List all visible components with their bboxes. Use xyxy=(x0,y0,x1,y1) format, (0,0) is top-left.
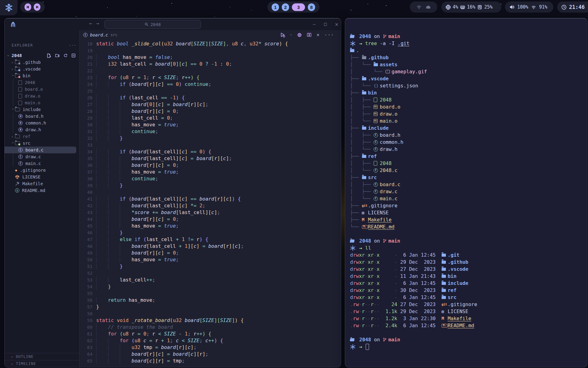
tree-item-src[interactable]: ›src xyxy=(5,140,79,147)
tree-item-.vscode[interactable]: ›.vscode xyxy=(5,66,79,72)
code-line[interactable]: 52 xyxy=(80,270,341,277)
code-line[interactable]: 63 u32 tmp = board[r][c]; xyxy=(80,344,341,351)
command-search[interactable]: 2048 xyxy=(104,20,201,29)
code-line[interactable]: 22 xyxy=(80,67,341,74)
tree-item-LICENSE[interactable]: LICENSE xyxy=(5,174,79,180)
code-line[interactable]: 35 board[last_cell][c] = board[r][c]; xyxy=(80,155,341,162)
wifi-dim-icon[interactable] xyxy=(416,5,422,10)
code-line[interactable]: 51 } xyxy=(80,263,341,270)
new-folder-button[interactable] xyxy=(55,53,60,58)
tree-item-common.h[interactable]: Hcommon.h xyxy=(5,120,79,126)
tree-item-ref[interactable]: ›ref xyxy=(5,133,79,140)
tree-item-draw.h[interactable]: Hdraw.h xyxy=(5,126,79,133)
new-file-button[interactable] xyxy=(47,53,51,58)
code-line[interactable]: 37 has_move = true; xyxy=(80,169,341,175)
tree-item-board.c[interactable]: Cboard.c xyxy=(5,147,76,153)
code-line[interactable]: 39 } xyxy=(80,182,341,189)
tree-item-Makefile[interactable]: Makefile xyxy=(5,180,79,187)
tree-item-board.o[interactable]: board.o xyxy=(5,86,79,93)
tree-item-board.h[interactable]: Hboard.h xyxy=(5,113,79,120)
code-line[interactable]: 50 has_move = true; xyxy=(80,256,341,263)
refresh-button[interactable] xyxy=(63,53,68,58)
code-line[interactable]: 23 for (u8 r = 1; r < SIZE; r++) { xyxy=(80,74,341,81)
maximize-button[interactable] xyxy=(324,23,327,26)
code-line[interactable]: 28 board[r][c] = 0; xyxy=(80,108,341,115)
tree-item-include[interactable]: ›include xyxy=(5,106,79,113)
collapse-all-button[interactable] xyxy=(71,53,76,58)
panel-outline[interactable]: › OUTLINE xyxy=(5,353,79,360)
tab-board.c[interactable]: C board.c src xyxy=(83,33,118,37)
wifi-icon[interactable] xyxy=(531,5,537,10)
code-line[interactable]: 61 for (u8 r = 0; r < SIZE - 1; r++) { xyxy=(80,331,341,337)
tree-item-main.c[interactable]: Cmain.c xyxy=(5,160,79,167)
tree-item-draw.o[interactable]: draw.o xyxy=(5,93,79,99)
code-line[interactable]: 43 *score += board[last_cell][c]; xyxy=(80,209,341,216)
code-area[interactable]: 18static bool _slide_col(u32 board[SIZE]… xyxy=(80,40,341,367)
code-line[interactable]: 20 bool has_move = false; xyxy=(80,54,341,61)
code-line[interactable]: 58 xyxy=(80,310,341,317)
code-line[interactable]: 47 else if (last_cell + 1 != r) { xyxy=(80,236,341,243)
code-line[interactable]: 34 if (board[last_cell][c] == 0) { xyxy=(80,148,341,155)
code-line[interactable]: 45 has_move = true; xyxy=(80,223,341,229)
code-line[interactable]: 29 last_cell = 0; xyxy=(80,115,341,121)
code-line[interactable]: 55 xyxy=(80,290,341,297)
media-next-button[interactable] xyxy=(34,3,40,11)
code-line[interactable]: 48 board[last_cell + 1][c] = board[r][c]… xyxy=(80,243,341,250)
media-prev-button[interactable] xyxy=(24,3,31,11)
tree-item-README.md[interactable]: iREADME.md xyxy=(5,187,79,194)
code-line[interactable]: 38 continue; xyxy=(80,175,341,182)
cloud-icon[interactable] xyxy=(425,5,431,10)
code-line[interactable]: 21 i32 last_cell = board[0][c] == 0 ? -1… xyxy=(80,61,341,67)
code-line[interactable]: 33 xyxy=(80,142,341,148)
code-line[interactable]: 36 board[r][c] = 0; xyxy=(80,162,341,169)
code-line[interactable]: 57} xyxy=(80,304,341,310)
panel-timeline[interactable]: › TIMELINE xyxy=(5,360,79,367)
code-line[interactable]: 30 has_move = true; xyxy=(80,121,341,128)
code-line[interactable]: 25 xyxy=(80,88,341,94)
tree-item-.github[interactable]: ›.github xyxy=(5,59,79,66)
code-line[interactable]: 24 if (board[r][c] == 0) continue; xyxy=(80,81,341,88)
tree-item-main.o[interactable]: main.o xyxy=(5,99,79,106)
code-line[interactable]: 46 } xyxy=(80,229,341,236)
tree-item-bin[interactable]: ›bin xyxy=(5,72,79,79)
code-line[interactable]: 64 board[r][c] = board[c][r]; xyxy=(80,351,341,358)
code-line[interactable]: 53 last_cell++; xyxy=(80,277,341,283)
code-line[interactable]: 19 xyxy=(80,47,341,54)
back-button[interactable]: ← xyxy=(89,20,92,26)
workspace-8[interactable]: 8 xyxy=(308,3,315,11)
code-line[interactable]: 41 if (board[last_cell][c] == board[r][c… xyxy=(80,196,341,202)
code-line[interactable]: 62 for (u8 c = r + 1; c < SIZE; c++) { xyxy=(80,337,341,344)
code-line[interactable]: 27 board[0][c] = board[r][c]; xyxy=(80,101,341,108)
code-line[interactable]: 56 return has_move; xyxy=(80,297,341,304)
code-line[interactable]: 65 board[c][r] = tmp; xyxy=(80,358,341,364)
more-actions-button[interactable]: ··· xyxy=(324,32,334,38)
forward-button[interactable]: → xyxy=(96,20,99,26)
code-line[interactable]: 49 board[r][c] = 0; xyxy=(80,250,341,256)
workspace-2[interactable]: 2 xyxy=(282,3,289,11)
code-line[interactable]: 31 continue; xyxy=(80,128,341,135)
code-line[interactable]: 54 } xyxy=(80,283,341,290)
chevron-down-icon[interactable]: › xyxy=(289,34,293,36)
close-editor-button[interactable]: × xyxy=(316,32,319,38)
tree-root-2048[interactable]: › 2048 xyxy=(5,52,79,59)
code-line[interactable]: 60 // transpose the board xyxy=(80,324,341,331)
code-line[interactable]: 59static void _rotate_board(u32 board[SI… xyxy=(80,317,341,324)
split-editor-button[interactable] xyxy=(307,33,311,37)
code-line[interactable]: 18static bool _slide_col(u32 board[SIZE]… xyxy=(80,40,341,47)
close-button[interactable]: × xyxy=(335,21,338,28)
terminal-content[interactable]: 2048 on main→ tree -a -I .git.├── .githu… xyxy=(350,33,585,350)
workspace-1[interactable]: 1 xyxy=(272,3,279,11)
code-line[interactable]: 26 if (last_cell == -1) { xyxy=(80,94,341,101)
code-line[interactable]: 32 } xyxy=(80,135,341,142)
tree-item-2048[interactable]: 2048 xyxy=(5,79,79,86)
code-line[interactable]: 40 xyxy=(80,189,341,196)
speaker-icon[interactable] xyxy=(509,5,515,10)
workspace-3[interactable]: 3 xyxy=(292,3,305,11)
tree-item-draw.c[interactable]: Cdraw.c xyxy=(5,153,79,160)
explorer-more-button[interactable]: ··· xyxy=(69,43,76,48)
code-line[interactable]: 42 board[last_cell][c] *= 2; xyxy=(80,202,341,209)
gear-icon[interactable] xyxy=(297,33,302,37)
code-line[interactable]: 44 board[r][c] = 0; xyxy=(80,216,341,223)
tree-item-.gitignore[interactable]: ◆.gitignore xyxy=(5,167,79,174)
run-button[interactable] xyxy=(280,32,285,37)
